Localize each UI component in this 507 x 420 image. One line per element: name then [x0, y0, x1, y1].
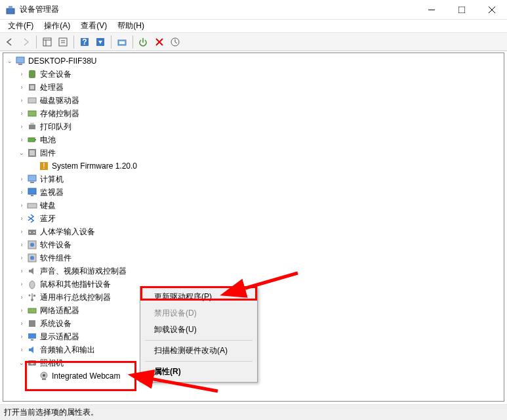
- tree-node-bluetooth[interactable]: ›蓝牙: [3, 212, 504, 225]
- svg-rect-27: [29, 125, 35, 129]
- scan-button[interactable]: [168, 35, 182, 49]
- expand-icon[interactable]: ›: [18, 267, 26, 275]
- sound-icon: [27, 266, 37, 276]
- tree-label: 固件: [40, 148, 56, 159]
- expand-icon[interactable]: ›: [18, 70, 26, 78]
- svg-rect-38: [31, 195, 33, 196]
- expand-icon[interactable]: ›: [18, 110, 26, 117]
- tree-node-battery[interactable]: ›电池: [3, 133, 504, 146]
- update-driver-button[interactable]: [115, 35, 129, 49]
- computer-icon: [27, 174, 37, 184]
- svg-rect-21: [18, 64, 22, 65]
- expand-icon[interactable]: ›: [18, 320, 26, 327]
- svg-rect-35: [28, 175, 36, 181]
- tree-node-security[interactable]: ›安全设备: [3, 68, 504, 81]
- tree-label: 音频输入和输出: [40, 345, 95, 356]
- expand-icon[interactable]: [30, 162, 37, 170]
- expand-icon[interactable]: ›: [18, 254, 26, 262]
- tree-node-computers[interactable]: ›计算机: [3, 173, 504, 186]
- expand-icon[interactable]: ›: [18, 241, 26, 249]
- close-button[interactable]: [477, 0, 507, 20]
- expand-icon[interactable]: ›: [18, 228, 26, 236]
- svg-rect-32: [30, 150, 35, 156]
- hid-icon: [27, 226, 37, 237]
- svg-rect-16: [119, 41, 125, 44]
- expand-icon[interactable]: ›: [18, 333, 26, 341]
- expand-icon[interactable]: ›: [18, 306, 26, 314]
- context-scan-hardware[interactable]: 扫描检测硬件改动(A): [142, 343, 255, 359]
- tree-node-firmware_item[interactable]: !System Firmware 1.20.0: [3, 159, 504, 173]
- tree-node-firmware[interactable]: ⌄固件: [3, 146, 504, 159]
- menubar: 文件(F) 操作(A) 查看(V) 帮助(H): [0, 20, 507, 33]
- svg-rect-39: [28, 203, 37, 208]
- toolbar: ?: [0, 33, 507, 51]
- computer-icon: [15, 56, 26, 66]
- minimize-button[interactable]: [416, 0, 447, 20]
- status-text: 打开当前选择项的属性表。: [4, 407, 98, 418]
- svg-rect-60: [42, 379, 46, 380]
- tree-label: 安全设备: [40, 69, 71, 80]
- enable-button[interactable]: [136, 35, 151, 49]
- svg-point-42: [33, 232, 35, 233]
- svg-rect-54: [28, 333, 36, 339]
- menu-action[interactable]: 操作(A): [40, 20, 74, 32]
- expand-icon[interactable]: [30, 372, 37, 380]
- back-button[interactable]: [3, 35, 17, 49]
- tree-node-sound[interactable]: ›声音、视频和游戏控制器: [3, 264, 504, 278]
- tree-node-monitor[interactable]: ›监视器: [3, 186, 504, 199]
- tree-label: 打印队列: [40, 121, 71, 133]
- context-disable-device[interactable]: 禁用设备(D): [142, 305, 255, 322]
- tree-node-disk[interactable]: ›磁盘驱动器: [3, 94, 504, 107]
- bt-icon: [27, 213, 37, 224]
- tree-node-software_comp[interactable]: ›软件组件: [3, 251, 504, 264]
- svg-point-41: [30, 232, 31, 233]
- tree-label: 键盘: [40, 200, 56, 211]
- expand-icon[interactable]: ›: [18, 136, 26, 144]
- firmware-icon: [27, 148, 37, 158]
- tree-node-software_dev[interactable]: ›软件设备: [3, 238, 504, 251]
- expand-icon[interactable]: ›: [18, 215, 26, 222]
- expand-icon[interactable]: ›: [18, 280, 26, 288]
- menu-file[interactable]: 文件(F): [4, 20, 37, 32]
- expand-icon[interactable]: ⌄: [18, 149, 26, 157]
- maximize-button[interactable]: [447, 0, 477, 20]
- tree-node-printq[interactable]: ›打印队列: [3, 120, 504, 133]
- tree-node-processor[interactable]: ›处理器: [3, 81, 504, 94]
- expand-icon[interactable]: ›: [18, 346, 26, 354]
- show-hide-tree-button[interactable]: [40, 35, 54, 49]
- svg-point-59: [43, 374, 45, 377]
- context-update-driver[interactable]: 更新驱动程序(P): [142, 289, 255, 305]
- expand-icon[interactable]: ›: [18, 201, 26, 209]
- forward-button[interactable]: [18, 35, 33, 49]
- tree-root-computer[interactable]: ⌄ DESKTOP-FIIF38U: [3, 54, 504, 68]
- tree-node-keyboard[interactable]: ›键盘: [3, 199, 504, 212]
- expand-icon[interactable]: ⌄: [6, 57, 14, 65]
- context-properties[interactable]: 属性(R): [142, 364, 255, 380]
- soft-icon: [27, 253, 37, 263]
- svg-rect-0: [7, 9, 14, 14]
- audio-icon: [27, 345, 37, 355]
- svg-rect-22: [29, 70, 35, 78]
- app-icon: [5, 5, 16, 15]
- expand-icon[interactable]: ›: [18, 123, 26, 131]
- expand-icon[interactable]: ⌄: [18, 359, 26, 367]
- action-button[interactable]: [93, 35, 108, 49]
- tree-node-hid[interactable]: ›人体学输入设备: [3, 225, 504, 238]
- expand-icon[interactable]: ›: [18, 188, 26, 196]
- expand-icon[interactable]: ›: [18, 96, 26, 104]
- properties-button[interactable]: [56, 35, 70, 49]
- help-button[interactable]: ?: [77, 35, 92, 49]
- svg-text:?: ?: [82, 37, 87, 47]
- expand-icon[interactable]: ›: [18, 83, 26, 91]
- svg-rect-6: [43, 38, 51, 46]
- svg-rect-25: [28, 98, 36, 103]
- menu-help[interactable]: 帮助(H): [113, 20, 148, 32]
- menu-view[interactable]: 查看(V): [77, 20, 111, 32]
- expand-icon[interactable]: ›: [18, 175, 26, 183]
- svg-rect-28: [30, 123, 34, 125]
- tree-node-storage[interactable]: ›存储控制器: [3, 107, 504, 120]
- expand-icon[interactable]: ›: [18, 293, 26, 301]
- svg-rect-1: [9, 6, 12, 9]
- context-uninstall-device[interactable]: 卸载设备(U): [142, 322, 255, 338]
- uninstall-button[interactable]: [152, 35, 167, 49]
